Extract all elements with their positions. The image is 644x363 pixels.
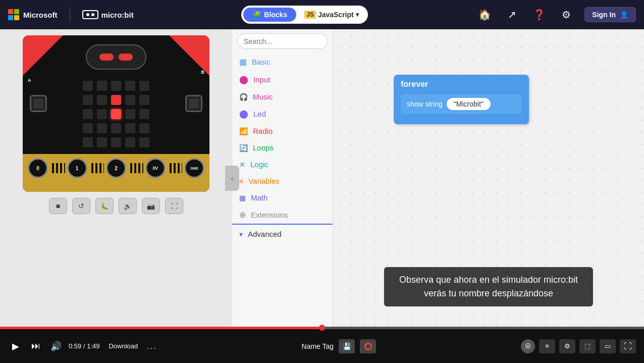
- subtitle-line1: Observa que ahora en el simulador micro:…: [399, 273, 578, 287]
- pin-2[interactable]: 2: [106, 158, 126, 178]
- download-button[interactable]: Download: [104, 340, 142, 352]
- mb-eye-right: [119, 54, 133, 61]
- help-button[interactable]: ❓: [530, 6, 548, 24]
- button-b[interactable]: [185, 95, 202, 112]
- microsoft-label: Microsoft: [23, 11, 58, 19]
- led-4-0: [83, 137, 93, 147]
- restart-button[interactable]: ↺: [72, 198, 90, 214]
- mb-pins: 0 1 2 3V GND: [23, 158, 209, 178]
- more-label: ...: [147, 342, 156, 350]
- fullscreen-sim-button[interactable]: ⛶: [165, 198, 183, 214]
- radio-label: Radio: [253, 127, 273, 135]
- microbit-logo[interactable]: micro:bit: [82, 10, 134, 19]
- mb-bottom-connector: 0 1 2 3V GND: [23, 154, 209, 192]
- radio-icon: 📶: [239, 127, 248, 135]
- volume-button[interactable]: 🔊: [48, 339, 64, 354]
- captions-button[interactable]: ≡: [539, 339, 555, 353]
- volume-circle[interactable]: ⦿: [521, 339, 535, 353]
- settings-video-button[interactable]: ⚙: [559, 339, 575, 353]
- time-current: 0:59: [69, 342, 81, 350]
- ms-grid-icon: [8, 9, 19, 20]
- blocks-tab[interactable]: 🧩 Blocks: [243, 8, 296, 22]
- javascript-tab[interactable]: JS JavaScript ▾: [297, 8, 366, 22]
- advanced-label: Advanced: [248, 230, 282, 238]
- microbit-label: micro:bit: [101, 11, 134, 19]
- sidebar-item-extensions[interactable]: ⊕ Extensions: [232, 206, 333, 224]
- topbar-center: 🧩 Blocks JS JavaScript ▾: [142, 6, 468, 24]
- block-outer[interactable]: forever show string "Microbit": [394, 75, 529, 124]
- block-inner[interactable]: show string "Microbit": [401, 94, 522, 114]
- led-grid: [83, 81, 149, 147]
- settings-button[interactable]: ⚙: [557, 6, 575, 24]
- led-4-3: [125, 137, 135, 147]
- pin-3v[interactable]: 3V: [145, 158, 166, 178]
- string-content: Microbit: [456, 100, 481, 108]
- sidebar-item-led[interactable]: ⬤ Led: [232, 105, 333, 123]
- pin-small-2: [89, 163, 104, 173]
- skip-forward-button[interactable]: ⏭: [28, 339, 43, 354]
- string-input-block[interactable]: "Microbit": [447, 98, 491, 110]
- theater-button[interactable]: ▭: [600, 339, 616, 353]
- led-4-2: [111, 137, 121, 147]
- play-button[interactable]: ▶: [8, 339, 23, 354]
- controls-row: ▶ ⏭ 🔊 0:59 / 1:49 Download ... Name Tag …: [0, 329, 644, 363]
- sign-in-button[interactable]: Sign In 👤: [584, 7, 636, 22]
- home-button[interactable]: 🏠: [475, 6, 494, 24]
- math-label: Math: [251, 193, 267, 202]
- video-controls: ▶ ⏭ 🔊 0:59 / 1:49 Download ... Name Tag …: [0, 327, 644, 363]
- progress-dot: [319, 325, 325, 331]
- pin-0[interactable]: 0: [28, 158, 48, 178]
- fullscreen-button[interactable]: ⛶: [620, 339, 636, 353]
- block-forever-label: forever: [401, 80, 522, 89]
- microsoft-logo[interactable]: Microsoft: [8, 9, 58, 20]
- sidebar-item-loops[interactable]: 🔄 Loops: [232, 139, 333, 156]
- led-label: Led: [253, 110, 266, 118]
- sidebar-item-basic[interactable]: ▦ Basic: [232, 53, 333, 71]
- sign-in-label: Sign In: [592, 11, 616, 19]
- btn-a-inner: [33, 98, 43, 109]
- sidebar-item-logic[interactable]: ✕ Logic: [232, 156, 333, 173]
- led-1-4: [139, 95, 149, 105]
- save-video-button[interactable]: 💾: [339, 339, 355, 353]
- led-2-3: [125, 109, 135, 119]
- github-button[interactable]: ⭕: [360, 339, 376, 353]
- collapse-sidebar-button[interactable]: ‹: [225, 166, 239, 191]
- sidebar-item-advanced[interactable]: ▾ Advanced: [232, 224, 333, 243]
- led-icon: ⬤: [239, 109, 248, 119]
- btn-b-label: B: [201, 70, 205, 75]
- logo-divider: [70, 7, 70, 22]
- button-a[interactable]: [30, 95, 47, 112]
- led-0-4: [139, 81, 149, 91]
- search-input[interactable]: [244, 37, 332, 45]
- video-title-area: Name Tag 💾 ⭕: [162, 339, 516, 353]
- pin-1[interactable]: 1: [67, 158, 87, 178]
- pin-gnd[interactable]: GND: [184, 158, 204, 178]
- topbar-right: 🏠 ↗ ❓ ⚙ Sign In 👤: [475, 6, 636, 24]
- sidebar-item-math[interactable]: ▦ Math: [232, 189, 333, 206]
- sidebar-item-music[interactable]: 🎧 Music: [232, 88, 333, 105]
- more-options-button[interactable]: ...: [147, 342, 156, 351]
- pip-button[interactable]: ⬚: [579, 339, 596, 353]
- debug-button[interactable]: 🐛: [95, 198, 114, 214]
- share-button[interactable]: ↗: [503, 6, 521, 24]
- sidebar-item-input[interactable]: ⬤ Input: [232, 71, 333, 88]
- workspace[interactable]: forever show string "Microbit" Observa q…: [333, 29, 644, 327]
- microbit-device: A B 0 1 2 3V GND: [23, 35, 209, 192]
- js-icon: JS: [304, 11, 316, 19]
- led-1-0: [83, 95, 93, 105]
- stop-button[interactable]: ■: [49, 198, 67, 214]
- javascript-tab-label: JavaScript: [318, 11, 354, 19]
- pin-small-1: [50, 163, 65, 173]
- sound-button[interactable]: 🔊: [119, 198, 137, 214]
- block-forever-container: forever show string "Microbit": [394, 75, 529, 124]
- microbit-face: [86, 44, 146, 70]
- sidebar-item-variables[interactable]: ≡ Variables: [232, 173, 333, 189]
- progress-bar[interactable]: [0, 327, 644, 329]
- subtitle-line2: verás tu nombre desplazándose: [399, 287, 578, 300]
- basic-icon: ▦: [239, 57, 247, 67]
- screenshot-button[interactable]: 📷: [142, 198, 160, 214]
- puzzle-icon: 🧩: [252, 11, 261, 19]
- btn-b-inner: [189, 98, 199, 109]
- sidebar-item-radio[interactable]: 📶 Radio: [232, 123, 333, 139]
- video-title: Name Tag: [302, 342, 334, 350]
